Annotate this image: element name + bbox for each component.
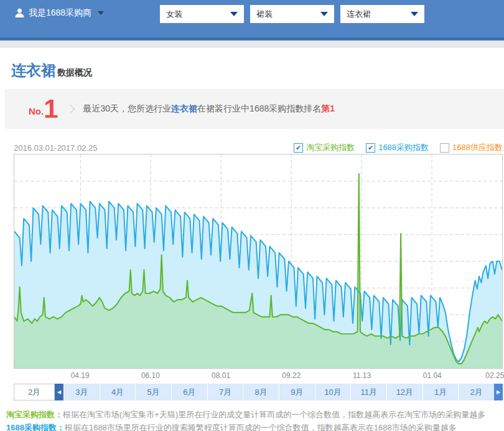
index-footnotes: 淘宝采购指数：根据在淘宝市场(淘宝集市+天猫)里所在行业的成交量计算而成的一个综… — [6, 408, 504, 431]
month-tab-3[interactable]: 5月 — [135, 384, 171, 400]
footnote-desc: 根据在1688市场里所在行业的搜索频繁程度计算而成的一个综合数值，指数越高表示在… — [65, 423, 457, 431]
dropdown-value: 裙装 — [256, 9, 273, 20]
x-tick-label: 06.10 — [141, 371, 160, 380]
date-range-label: 2016.03.01-2017.02.25 — [14, 143, 97, 153]
chart-plot-area[interactable] — [14, 154, 503, 369]
legend-item-3[interactable]: 1688供应指数 — [440, 142, 503, 153]
dropdown-value: 女装 — [166, 9, 182, 20]
footnote-desc: 根据在淘宝市场(淘宝集市+天猫)里所在行业的成交量计算而成的一个综合数值，指数越… — [63, 410, 485, 419]
index-trend-chart — [14, 154, 502, 368]
month-tab-1[interactable]: 3月 — [63, 384, 100, 400]
x-tick-label: 01.04 — [423, 371, 442, 380]
month-selector-bar: 2月◀3月4月5月6月7月8月9月10月11月12月1月2月▶ — [14, 384, 503, 400]
chevron-down-icon — [230, 12, 238, 16]
footnote-1: 淘宝采购指数：根据在淘宝市场(淘宝集市+天猫)里所在行业的成交量计算而成的一个综… — [6, 408, 504, 421]
divider-strip — [0, 40, 504, 48]
chevron-right-icon — [65, 105, 74, 113]
legend-label: 淘宝采购指数 — [306, 142, 355, 153]
x-tick-label: 04.19 — [71, 371, 90, 380]
chart-header: 2016.03.01-2017.02.25 ✔淘宝采购指数✔1688采购指数16… — [14, 141, 503, 154]
rank-banner-text: 最近30天，您所选行业连衣裙在裙装行业中1688采购指数排名第1 — [83, 103, 335, 115]
rank-text-keyword: 连衣裙 — [171, 103, 197, 113]
month-tab-12[interactable]: 2月 — [458, 384, 494, 400]
legend-label: 1688采购指数 — [378, 142, 429, 153]
rank-text-before: 最近30天，您所选行业 — [83, 103, 172, 113]
chevron-down-icon — [320, 12, 328, 16]
rank-number-badge: No. 1 — [29, 97, 58, 121]
legend-label: 1688供应指数 — [452, 142, 503, 153]
legend-item-2[interactable]: ✔1688采购指数 — [366, 142, 429, 153]
rank-text-middle: 在裙装行业中1688采购指数排名 — [197, 103, 321, 113]
month-tab-4[interactable]: 6月 — [171, 384, 207, 400]
chart-legend: ✔淘宝采购指数✔1688采购指数1688供应指数 — [294, 142, 503, 153]
month-tab-8[interactable]: 10月 — [315, 384, 351, 400]
x-tick-label: 09.22 — [282, 371, 301, 380]
footnote-term: 淘宝采购指数： — [6, 410, 63, 419]
month-tab-10[interactable]: 12月 — [386, 384, 422, 400]
rank-no-prefix: No. — [29, 106, 44, 116]
checkbox-checked-icon[interactable]: ✔ — [294, 143, 303, 153]
x-tick-label: 02.25 — [485, 371, 504, 380]
main-content: 连衣裙 数据概况 No. 1 最近30天，您所选行业连衣裙在裙装行业中1688采… — [0, 60, 504, 431]
dropdown-category-level1[interactable]: 女装 — [160, 5, 244, 23]
month-current[interactable]: 2月 — [14, 384, 55, 400]
month-tab-11[interactable]: 1月 — [422, 384, 459, 400]
rank-number: 1 — [44, 97, 58, 121]
dropdown-category-level2[interactable]: 裙装 — [250, 5, 334, 23]
page-title-suffix: 数据概况 — [57, 67, 92, 78]
footnote-2: 1688采购指数：根据在1688市场里所在行业的搜索频繁程度计算而成的一个综合数… — [6, 421, 504, 431]
chart-section: 2016.03.01-2017.02.25 ✔淘宝采购指数✔1688采购指数16… — [0, 141, 504, 431]
month-tab-2[interactable]: 4月 — [100, 384, 136, 400]
page-title: 连衣裙 数据概况 — [11, 60, 504, 80]
top-bar: 我是1688采购商 女装 裙装 连衣裙 — [0, 0, 504, 40]
chevron-down-icon — [411, 12, 418, 16]
checkbox-unchecked-icon[interactable] — [440, 143, 449, 153]
month-tab-9[interactable]: 11月 — [350, 384, 386, 400]
rank-text-rank: 第1 — [321, 103, 335, 113]
footnote-term: 1688采购指数： — [6, 423, 65, 431]
dropdown-category-level3[interactable]: 连衣裙 — [340, 5, 424, 23]
x-axis-labels: 04.1906.1008.0109.2211.1301.0402.25 — [14, 369, 503, 382]
month-scroll-left-icon[interactable]: ◀ — [55, 384, 63, 400]
category-selects: 女装 裙装 连衣裙 — [160, 5, 424, 23]
user-icon — [15, 8, 24, 18]
user-menu[interactable]: 我是1688采购商 — [15, 7, 104, 19]
month-scroll-right-icon[interactable]: ▶ — [494, 384, 503, 400]
month-tab-6[interactable]: 8月 — [243, 384, 279, 400]
legend-item-1[interactable]: ✔淘宝采购指数 — [294, 142, 355, 153]
user-label: 我是1688采购商 — [29, 7, 91, 19]
checkbox-checked-icon[interactable]: ✔ — [366, 143, 375, 153]
month-tab-7[interactable]: 9月 — [279, 384, 315, 400]
page-title-keyword: 连衣裙 — [11, 60, 56, 80]
x-tick-label: 08.01 — [212, 371, 230, 380]
dropdown-value: 连衣裙 — [347, 9, 371, 20]
rank-banner: No. 1 最近30天，您所选行业连衣裙在裙装行业中1688采购指数排名第1 — [5, 89, 504, 129]
month-tab-5[interactable]: 7月 — [207, 384, 243, 400]
x-tick-label: 11.13 — [353, 371, 371, 380]
caret-down-icon — [98, 11, 104, 15]
